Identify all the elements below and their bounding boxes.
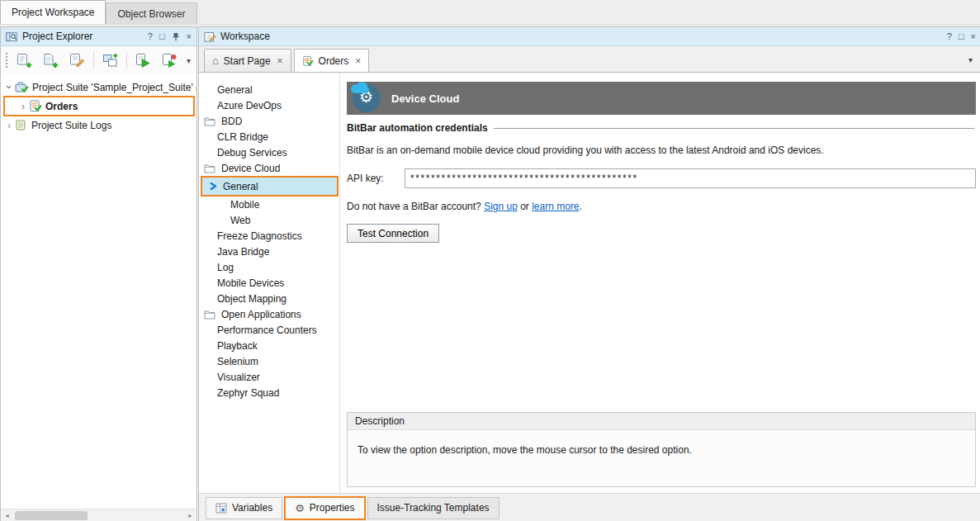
close-tab-icon[interactable]: × [355,55,361,67]
toolbar-separator [93,52,94,69]
tab-variables[interactable]: Variables [206,497,282,519]
project-tree: › Project Suite 'Sample_Project_Suite' (… [1,74,196,509]
current-item-arrow-icon [209,182,218,191]
toolbar-overflow-button[interactable]: ▾ [187,56,191,65]
horizontal-scrollbar[interactable]: ◄ ► [1,509,196,521]
scroll-left-icon[interactable]: ◄ [1,509,13,521]
nav-item-java-bridge[interactable]: Java Bridge [199,244,339,259]
expand-arrow-icon[interactable]: › [18,101,28,111]
tab-project-workspace[interactable]: Project Workspace [0,0,106,24]
nav-item-device-cloud-general[interactable]: General [201,176,339,197]
home-icon: ⌂ [212,55,219,66]
tab-list-dropdown-icon[interactable]: ▾ [968,55,973,64]
help-button[interactable]: ? [148,32,153,41]
api-key-input[interactable] [405,168,976,188]
nav-label: Selenium [217,356,258,367]
folder-icon [204,116,215,126]
panel-header-actions: ? □ × [947,32,976,41]
nav-label: Azure DevOps [217,100,282,111]
close-panel-button[interactable]: × [971,32,976,41]
test-connection-button[interactable]: Test Connection [347,224,439,243]
tab-object-browser[interactable]: Object Browser [106,2,196,24]
nav-item-open-applications[interactable]: Open Applications [199,306,339,322]
scrollbar-thumb[interactable] [15,511,88,520]
close-tab-icon[interactable]: × [277,55,283,67]
description-panel: Description To view the option descripti… [347,412,976,487]
panel-tabs: Variables ⚙ Properties Issue-Tracking Te… [199,493,980,521]
panel-header-actions: ? □ × [148,32,192,41]
tab-orders[interactable]: Orders × [294,49,370,72]
period-text: . [580,201,582,212]
nav-item-device-cloud-mobile[interactable]: Mobile [199,197,339,212]
nav-item-general-root[interactable]: General [199,82,339,97]
toolbar-grip-handle[interactable] [5,52,8,69]
gear-icon: ⚙ [295,503,305,514]
tab-label: Variables [232,502,272,514]
tab-start-page[interactable]: ⌂ Start Page × [204,49,291,72]
add-project-button[interactable] [40,50,61,71]
workspace-body: General Azure DevOps BDD CLR Bridge Debu… [199,72,980,493]
device-cloud-icon: ⚙ [353,84,381,112]
organize-panels-button[interactable] [100,50,121,71]
project-explorer-icon [6,31,17,42]
help-button[interactable]: ? [947,32,952,41]
nav-item-clr-bridge[interactable]: CLR Bridge [199,129,339,144]
nav-item-freeze-diagnostics[interactable]: Freeze Diagnostics [199,228,339,244]
tab-label: Orders [319,55,349,67]
nav-item-selenium[interactable]: Selenium [199,353,339,369]
pin-button[interactable] [172,32,180,41]
sign-up-link[interactable]: Sign up [484,201,518,212]
tree-item-orders[interactable]: › Orders [3,96,195,116]
api-key-row: API key: [347,168,976,188]
nav-label: Mobile Devices [217,277,284,289]
document-tabs: ⌂ Start Page × Orders × ▾ [199,46,980,72]
nav-label: Visualizer [217,372,260,383]
nav-label: Device Cloud [221,163,280,174]
nav-label: Debug Services [217,147,287,159]
nav-item-debug-services[interactable]: Debug Services [199,144,339,160]
run-test-button[interactable] [133,50,154,71]
workspace-panel: Workspace ? □ × ⌂ Start Page × Orders × … [198,26,980,521]
folder-icon [204,310,215,320]
nav-item-log[interactable]: Log [199,259,339,275]
nav-item-device-cloud[interactable]: Device Cloud [199,160,339,176]
nav-item-performance-counters[interactable]: Performance Counters [199,322,339,338]
workspace-title: Workspace [220,31,270,42]
scroll-right-icon[interactable]: ► [184,509,196,521]
nav-item-playback[interactable]: Playback [199,338,339,353]
float-window-button[interactable]: □ [159,32,165,41]
nav-item-bdd[interactable]: BDD [199,113,339,129]
nav-label: General [217,84,253,96]
tab-properties[interactable]: ⚙ Properties [284,496,365,520]
tab-label: Issue-Tracking Templates [377,502,490,514]
nav-label: Open Applications [221,309,301,320]
collapse-arrow-icon[interactable]: › [4,83,15,92]
edit-project-item-button[interactable] [67,50,88,71]
tab-issue-tracking-templates[interactable]: Issue-Tracking Templates [367,497,499,519]
tree-item-project-suite-logs[interactable]: › Project Suite Logs [1,117,196,133]
tree-item-label: Project Suite 'Sample_Project_Suite' (1 … [32,82,196,93]
tree-item-project-suite[interactable]: › Project Suite 'Sample_Project_Suite' (… [1,79,196,95]
run-routine-button[interactable] [159,50,180,71]
close-panel-button[interactable]: × [187,32,192,41]
nav-item-azure-devops[interactable]: Azure DevOps [199,97,339,113]
nav-label: Web [230,215,250,226]
nav-label: Object Mapping [217,293,286,305]
float-window-button[interactable]: □ [959,32,964,41]
expand-arrow-icon[interactable]: › [4,120,14,130]
add-project-suite-button[interactable] [14,50,35,71]
nav-label: Java Bridge [217,246,269,258]
nav-item-mobile-devices[interactable]: Mobile Devices [199,275,339,291]
variables-icon [215,503,227,514]
device-cloud-settings: ⚙ Device Cloud BitBar automation credent… [340,73,980,493]
nav-item-visualizer[interactable]: Visualizer [199,369,339,385]
nav-label: General [223,181,258,192]
nav-item-object-mapping[interactable]: Object Mapping [199,291,339,306]
nav-item-zephyr-squad[interactable]: Zephyr Squad [199,385,339,400]
nav-item-device-cloud-web[interactable]: Web [199,212,339,228]
description-panel-title: Description [348,413,975,430]
learn-more-link[interactable]: learn more [532,201,579,212]
toolbar-separator [126,52,127,69]
account-links-line: Do not have a BitBar account? Sign up or… [347,201,976,212]
nav-label: Zephyr Squad [217,387,279,399]
